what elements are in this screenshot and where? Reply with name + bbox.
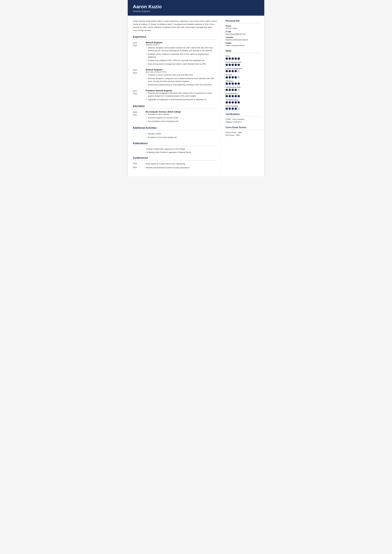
- conferences-section: Conferences 2019ICNP, Spoke on a panel a…: [133, 156, 217, 169]
- conferences-divider: [133, 160, 217, 161]
- skill-dot-filled: [238, 57, 240, 60]
- entry-title: BS Computer Science, Beloit College: [146, 111, 217, 113]
- entry-title: Freelance Network Engineer: [146, 90, 217, 92]
- table-row: 2019ICNP, Spoke on a panel about Cisco n…: [133, 162, 217, 165]
- list-item: Vice president, cloud computing club.: [146, 120, 217, 123]
- skill-dot-filled: [226, 64, 228, 66]
- publications-divider: [133, 146, 217, 146]
- skill-row: project management: [226, 67, 260, 72]
- right-column: Personal Info Phone 414-617-2634 E-mail …: [222, 16, 264, 176]
- table-row: 2016 -2019Network EngineerWilliams-Seile…: [133, 41, 217, 66]
- skill-dot-filled: [226, 101, 228, 104]
- skill-dot-filled: [235, 76, 237, 78]
- skill-name: interpersonal skills: [226, 86, 260, 88]
- entry-org: Williams-Seile IT: [146, 44, 217, 46]
- table-row: 2015Network and Distributed System Secur…: [133, 166, 217, 169]
- skill-row: security: [226, 74, 260, 78]
- skill-dot-filled: [226, 76, 228, 78]
- skill-dot-filled: [226, 70, 228, 72]
- certifications-divider: [226, 116, 260, 117]
- publications-entries: "Scaling Collaboration" appeared in Cisc…: [133, 148, 217, 153]
- skill-dot-filled: [235, 95, 237, 97]
- certifications-title: Certifications: [226, 113, 260, 115]
- entry-bullets: Planned and configured a Windows 2010 ne…: [146, 92, 217, 101]
- skill-dot-empty: [238, 89, 240, 91]
- skill-dot-filled: [231, 57, 234, 60]
- skill-dot-filled: [231, 95, 234, 97]
- skill-row: Windows: [226, 80, 260, 85]
- certifications-entries: CCNP - Cisco SystemsVMware VCP6-DCV: [226, 118, 260, 123]
- skill-name: Windows: [226, 80, 260, 82]
- exam-score-item: DCUCI Exam - 99%: [226, 131, 260, 133]
- skill-dot-filled: [226, 89, 228, 91]
- linkedin-value: linkedin.com/in/aaronzkuzio: [226, 39, 260, 41]
- personal-info-title: Personal Info: [226, 20, 260, 22]
- cisco-scores-section: Cisco Exam Scores DCUCI Exam - 99%DCII E…: [226, 126, 260, 136]
- twitter-value: twitter.com/aaronzkuzio: [226, 44, 260, 47]
- skill-dot-empty: [238, 76, 240, 78]
- publications-title: Publications: [133, 142, 217, 145]
- twitter-label: Twitter: [226, 42, 260, 44]
- conference-year: 2019: [133, 162, 146, 165]
- skill-dots: [226, 70, 260, 72]
- skill-dot-empty: [238, 107, 240, 110]
- table-row: 2013 -2014Freelance Network EngineerPlan…: [133, 90, 217, 102]
- skill-name: Cisco: [226, 55, 260, 57]
- skill-dots: [226, 76, 260, 78]
- skill-dot-filled: [229, 57, 231, 60]
- skill-dot-filled: [229, 76, 231, 78]
- candidate-name: Aaron Kuzio: [133, 4, 259, 9]
- skill-dots: [226, 107, 260, 110]
- additional-bullets: Member, ITNEAPresident of local road cyc…: [146, 133, 217, 139]
- list-item: Planned and configured a Windows 2010 ne…: [146, 92, 217, 98]
- phone-value: 414-617-2634: [226, 27, 260, 29]
- skill-dot-filled: [231, 89, 234, 91]
- skill-dots: [226, 83, 260, 85]
- list-item: Created and configured 700+ VPNs for cor…: [146, 59, 217, 62]
- email-label: E-mail: [226, 31, 260, 33]
- list-item: Excelled in Cisco classes.: [146, 113, 217, 116]
- list-item: Upgraded 10 employees in local financial…: [146, 98, 217, 101]
- skill-dot-filled: [229, 64, 231, 66]
- skill-dots: [226, 89, 260, 91]
- skill-dot-filled: [231, 83, 234, 85]
- skill-row: cloud management: [226, 61, 260, 66]
- skill-dot-filled: [235, 64, 237, 66]
- skill-dot-filled: [231, 70, 234, 72]
- education-title: Education: [133, 105, 217, 108]
- conference-desc: ICNP, Spoke on a panel about Cisco netwo…: [146, 162, 217, 165]
- additional-section: Additional Activities Member, ITNEAPresi…: [133, 126, 217, 139]
- skill-dot-filled: [235, 83, 237, 85]
- skill-row: interpersonal skills: [226, 86, 260, 91]
- skill-dot-filled: [229, 101, 231, 104]
- education-entries: 2009 -2013BS Computer Science, Beloit Co…: [133, 111, 217, 123]
- list-item: Planned, designed, configured, and insta…: [146, 77, 217, 83]
- conference-year: 2015: [133, 166, 146, 169]
- skill-dot-filled: [229, 107, 231, 110]
- additional-bullet-list: Member, ITNEAPresident of local road cyc…: [146, 133, 217, 139]
- main-content: Smart network administrator with 6+ year…: [128, 16, 264, 176]
- list-item: Performed troubleshooting on load-balanc…: [146, 83, 217, 86]
- exam-score-item: DCII Exam - 98%: [226, 134, 260, 136]
- skill-dot-filled: [229, 95, 231, 97]
- skill-name: critical thinking: [226, 105, 260, 107]
- skill-dot-empty: [238, 70, 240, 72]
- skill-dot-filled: [238, 95, 240, 97]
- entry-dates: 2013 -2014: [133, 90, 146, 102]
- skill-dot-filled: [231, 101, 234, 104]
- skill-row: critical thinking: [226, 105, 260, 110]
- experience-title: Experience: [133, 35, 217, 38]
- entry-title: Network Engineer: [146, 41, 217, 44]
- skill-row: perceptiveness: [226, 92, 260, 97]
- phone-label: Phone: [226, 25, 260, 27]
- entry-dates: 2009 -2013: [133, 111, 146, 123]
- conference-desc: Network and Distributed System Security …: [146, 166, 217, 169]
- candidate-title: Network Engineer: [133, 10, 259, 13]
- skill-dot-filled: [235, 89, 237, 91]
- summary-text: Smart network administrator with 6+ year…: [133, 20, 217, 32]
- table-row: 2014 -2016Network EngineerBig Lakes Medi…: [133, 69, 217, 87]
- skill-dot-filled: [229, 70, 231, 72]
- personal-info-section: Personal Info Phone 414-617-2634 E-mail …: [226, 20, 260, 47]
- cisco-scores-title: Cisco Exam Scores: [226, 126, 260, 129]
- skill-dot-filled: [231, 64, 234, 66]
